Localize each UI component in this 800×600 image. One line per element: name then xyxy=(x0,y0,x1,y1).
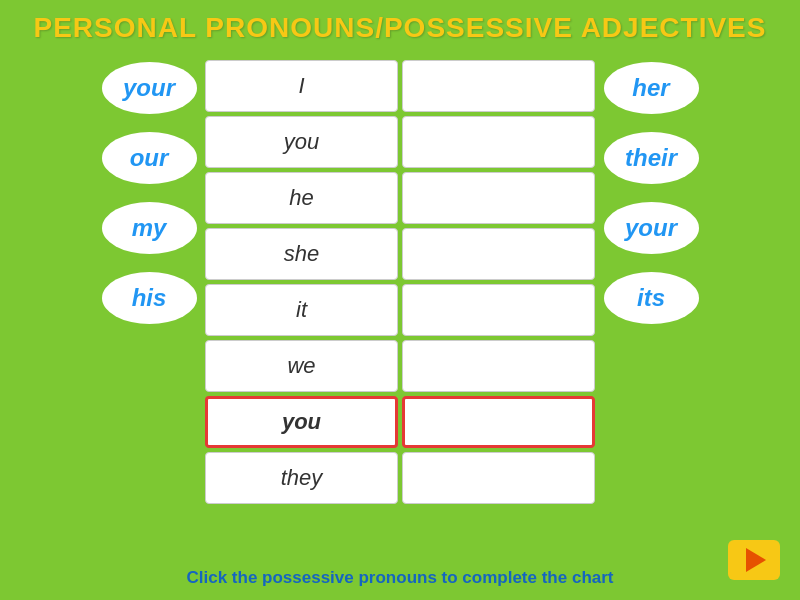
answer-cell-7[interactable] xyxy=(402,452,595,504)
right-oval-her[interactable]: her xyxy=(604,62,699,114)
right-oval-your[interactable]: your xyxy=(604,202,699,254)
main-area: yourourmyhis Iyouhesheitweyouthey herthe… xyxy=(0,52,800,504)
pronoun-cell-6: you xyxy=(205,396,398,448)
pronoun-cell-3: she xyxy=(205,228,398,280)
answer-cell-5[interactable] xyxy=(402,340,595,392)
pronoun-grid: Iyouhesheitweyouthey xyxy=(205,52,595,504)
right-ovals-column: hertheiryourits xyxy=(601,52,701,324)
grid-row-0: I xyxy=(205,60,595,112)
answer-cell-1[interactable] xyxy=(402,116,595,168)
grid-row-1: you xyxy=(205,116,595,168)
grid-row-7: they xyxy=(205,452,595,504)
grid-row-5: we xyxy=(205,340,595,392)
pronoun-cell-1: you xyxy=(205,116,398,168)
page-title: PERSONAL PRONOUNS/POSSESSIVE ADJECTIVES xyxy=(0,0,800,52)
answer-cell-6[interactable] xyxy=(402,396,595,448)
right-oval-their[interactable]: their xyxy=(604,132,699,184)
grid-row-3: she xyxy=(205,228,595,280)
play-button[interactable] xyxy=(728,540,780,580)
left-oval-my[interactable]: my xyxy=(102,202,197,254)
bottom-bar: Click the possessive pronouns to complet… xyxy=(0,568,800,588)
grid-row-6: you xyxy=(205,396,595,448)
answer-cell-2[interactable] xyxy=(402,172,595,224)
pronoun-cell-0: I xyxy=(205,60,398,112)
instruction-text: Click the possessive pronouns to complet… xyxy=(187,568,614,588)
answer-cell-0[interactable] xyxy=(402,60,595,112)
right-oval-its[interactable]: its xyxy=(604,272,699,324)
answer-cell-4[interactable] xyxy=(402,284,595,336)
left-ovals-column: yourourmyhis xyxy=(99,52,199,324)
left-oval-our[interactable]: our xyxy=(102,132,197,184)
pronoun-cell-4: it xyxy=(205,284,398,336)
grid-row-4: it xyxy=(205,284,595,336)
answer-cell-3[interactable] xyxy=(402,228,595,280)
left-oval-his[interactable]: his xyxy=(102,272,197,324)
pronoun-cell-7: they xyxy=(205,452,398,504)
pronoun-cell-5: we xyxy=(205,340,398,392)
left-oval-your[interactable]: your xyxy=(102,62,197,114)
grid-row-2: he xyxy=(205,172,595,224)
pronoun-cell-2: he xyxy=(205,172,398,224)
